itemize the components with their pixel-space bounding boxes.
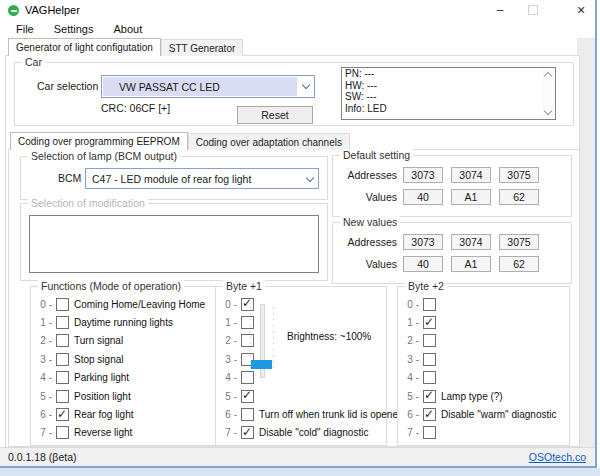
checkbox-label[interactable]: Stop signal — [74, 354, 123, 365]
bit-number-label: 4 - — [220, 372, 237, 383]
menu-settings[interactable]: Settings — [44, 21, 104, 37]
checkbox[interactable] — [241, 408, 254, 421]
checkbox-label[interactable]: Turn off when trunk lid is opened — [259, 409, 404, 420]
checkbox-label[interactable]: Turn signal — [74, 335, 123, 346]
default-setting-label: Default setting — [340, 149, 413, 161]
checkbox[interactable] — [241, 316, 254, 329]
checkbox[interactable] — [423, 353, 436, 366]
car-info-hw: HW: --- — [342, 80, 555, 92]
scroll-down-icon[interactable] — [544, 107, 552, 115]
chevron-down-icon — [306, 174, 314, 182]
menu-file[interactable]: File — [6, 21, 44, 37]
checkbox-label[interactable]: Parking light — [74, 372, 129, 383]
checkbox-row: 4 - — [220, 369, 384, 387]
crc-label: CRC: 06CF [+] — [101, 102, 170, 114]
bit-number-label: 6 - — [402, 409, 419, 420]
values-label: Values — [333, 258, 403, 270]
checkbox-row: 6 - Disable "warm" diagnostic — [402, 405, 567, 423]
bit-number-label: 1 - — [220, 317, 237, 328]
checkbox[interactable] — [423, 334, 436, 347]
checkbox[interactable] — [423, 390, 436, 403]
checkbox[interactable] — [423, 371, 436, 384]
checkbox-row: 5 - — [220, 387, 384, 405]
default-address-1: 3073 — [403, 167, 443, 183]
checkbox-label[interactable]: Coming Home/Leaving Home — [74, 299, 205, 310]
byte-plus1-group: Byte +1 0 - 1 - 2 - 3 - 4 - — [215, 286, 387, 446]
new-address-1[interactable]: 3073 — [403, 234, 443, 250]
checkbox[interactable] — [56, 408, 69, 421]
checkbox-row: 6 - Turn off when trunk lid is opened — [220, 405, 384, 423]
bit-number-label: 0 - — [220, 299, 237, 310]
modification-listbox[interactable] — [29, 215, 319, 273]
checkbox-label[interactable]: Reverse light — [74, 427, 132, 438]
new-value-2[interactable]: A1 — [451, 256, 491, 272]
close-button[interactable]: ✕ — [566, 0, 596, 20]
bit-number-label: 4 - — [35, 372, 52, 383]
checkbox-row: 0 - — [220, 295, 384, 313]
menu-about[interactable]: About — [103, 21, 152, 37]
website-link[interactable]: OSOtech.co — [529, 451, 586, 463]
bit-number-label: 7 - — [220, 427, 237, 438]
version-label: 0.0.1.18 (βeta) — [8, 451, 77, 463]
new-address-2[interactable]: 3074 — [451, 234, 491, 250]
checkbox[interactable] — [56, 390, 69, 403]
scrollbar[interactable] — [542, 68, 555, 119]
maximize-icon — [528, 5, 538, 15]
car-info-box[interactable]: PN: --- HW: --- SW: --- Info: LED — [341, 67, 556, 120]
checkbox-row: 2 - Turn signal — [35, 332, 214, 350]
checkbox[interactable] — [241, 390, 254, 403]
checkbox[interactable] — [56, 426, 69, 439]
checkbox-label[interactable]: Rear fog light — [74, 409, 133, 420]
byte-plus2-group: Byte +2 0 - 1 - 2 - 3 - 4 - — [397, 286, 570, 446]
bit-number-label: 7 - — [402, 427, 419, 438]
coding-tabstrip: Coding over programming EEPROM Coding ov… — [10, 132, 350, 150]
maximize-button[interactable] — [518, 0, 548, 20]
slider-ticks-right — [273, 307, 274, 373]
checkbox-label[interactable]: Daytime running lights — [74, 317, 173, 328]
car-selection-value: VW PASSAT CC LED — [103, 77, 297, 96]
tab-coding-adaptation[interactable]: Coding over adaptation channels — [188, 133, 350, 150]
checkbox[interactable] — [241, 298, 254, 311]
bcm-label: BCM — [58, 172, 81, 184]
checkbox[interactable] — [241, 426, 254, 439]
checkbox[interactable] — [423, 298, 436, 311]
car-selection-label: Car selection — [37, 80, 98, 92]
reset-button[interactable]: Reset — [237, 106, 313, 124]
bit-number-label: 3 - — [35, 354, 52, 365]
lamp-group-label: Selection of lamp (BCM output) — [28, 150, 180, 162]
bit-number-label: 0 - — [402, 299, 419, 310]
values-label: Values — [333, 191, 403, 203]
checkbox[interactable] — [56, 298, 69, 311]
checkbox[interactable] — [241, 334, 254, 347]
minimize-button[interactable]: – — [485, 0, 515, 20]
checkbox-label[interactable]: Disable "cold" diagnostic — [259, 427, 368, 438]
checkbox[interactable] — [56, 334, 69, 347]
new-value-1[interactable]: 40 — [403, 256, 443, 272]
bcm-dropdown[interactable]: C47 - LED module of rear fog light — [85, 168, 319, 189]
scroll-up-icon[interactable] — [544, 72, 552, 80]
checkbox[interactable] — [423, 408, 436, 421]
default-value-3: 62 — [499, 189, 539, 205]
checkbox-label[interactable]: Position light — [74, 391, 131, 402]
app-icon — [8, 5, 19, 16]
checkbox[interactable] — [423, 316, 436, 329]
tab-coding-eeprom[interactable]: Coding over programming EEPROM — [10, 132, 188, 150]
checkbox-row: 3 - Stop signal — [35, 350, 214, 368]
checkbox[interactable] — [241, 371, 254, 384]
byte-plus1-label: Byte +1 — [223, 280, 265, 292]
checkbox[interactable] — [56, 371, 69, 384]
bit-number-label: 6 - — [220, 409, 237, 420]
new-address-3[interactable]: 3075 — [499, 234, 539, 250]
checkbox-label[interactable]: Disable "warm" diagnostic — [441, 409, 556, 420]
checkbox[interactable] — [423, 426, 436, 439]
slider-thumb[interactable] — [251, 360, 272, 369]
chevron-down-icon — [302, 81, 310, 89]
new-value-3[interactable]: 62 — [499, 256, 539, 272]
tab-stt-generator[interactable]: STT Generator — [161, 39, 244, 56]
checkbox-row: 4 - — [402, 369, 567, 387]
checkbox[interactable] — [56, 316, 69, 329]
checkbox-label[interactable]: Lamp type (?) — [441, 391, 503, 402]
car-selection-dropdown[interactable]: VW PASSAT CC LED — [101, 75, 315, 98]
checkbox[interactable] — [56, 353, 69, 366]
tab-generator-of-light-configuration[interactable]: Generator of light configutation — [8, 38, 161, 56]
